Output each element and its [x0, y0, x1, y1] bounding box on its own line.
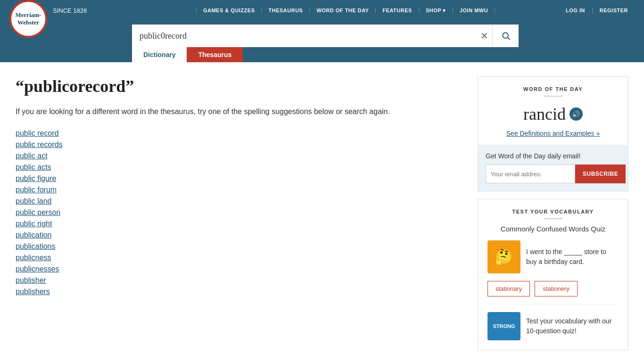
sound-icon[interactable]: 🔊 [570, 107, 583, 121]
login-link[interactable]: LOG IN [559, 8, 592, 13]
content-area: “publicorecord” If you are looking for a… [16, 76, 478, 350]
suggestion-link[interactable]: publication [16, 231, 52, 239]
list-item: public acts [16, 163, 463, 172]
list-item: public act [16, 152, 463, 160]
tab-dictionary[interactable]: Dictionary [132, 47, 187, 62]
suggestion-link[interactable]: public record [16, 129, 59, 137]
list-item: publishers [16, 288, 463, 296]
main-nav: GAMES & QUIZZES THESAURUS WORD OF THE DA… [132, 8, 559, 14]
search-input[interactable] [132, 25, 492, 47]
suggestion-link[interactable]: public forum [16, 186, 57, 194]
nav-games[interactable]: GAMES & QUIZZES [196, 8, 262, 13]
wotd-label: WORD OF THE DAY [487, 86, 619, 92]
suggestion-link[interactable]: public figure [16, 174, 56, 182]
quiz-row: 🤔 I went to the _____ store to buy a bir… [487, 240, 619, 273]
vocab-card: TEST YOUR VOCABULARY Commonly Confused W… [478, 199, 628, 350]
suggestion-link[interactable]: public right [16, 220, 52, 228]
suggestion-link[interactable]: publisher [16, 276, 46, 284]
register-link[interactable]: REGISTER [593, 8, 635, 13]
suggestion-link[interactable]: public acts [16, 163, 51, 171]
suggestion-link[interactable]: public land [16, 197, 52, 205]
page-title: “publicorecord” [16, 76, 463, 96]
quiz2-text: Test your vocabulary with our 10-questio… [526, 316, 619, 336]
email-row: SUBSCRIBE [486, 165, 620, 183]
logo-text: Merriam-Webster [16, 11, 41, 26]
suggestion-link[interactable]: publications [16, 242, 56, 250]
list-item: public person [16, 208, 463, 217]
wotd-email-label: Get Word of the Day daily email! [486, 152, 620, 160]
suggestion-link[interactable]: publicness [16, 254, 51, 262]
list-item: publications [16, 242, 463, 251]
suggestion-link[interactable]: public records [16, 140, 63, 148]
suggestion-link[interactable]: publishers [16, 288, 50, 296]
list-item: publicness [16, 254, 463, 262]
subscribe-button[interactable]: SUBSCRIBE [575, 165, 626, 183]
sidebar: WORD OF THE DAY rancid 🔊 See Definitions… [478, 76, 628, 350]
suggestion-link[interactable]: public person [16, 208, 60, 216]
list-item: public record [16, 129, 463, 138]
nav-join[interactable]: JOIN MWU [453, 8, 495, 13]
suggestions-list: public record public records public act … [16, 129, 463, 296]
list-item: public figure [16, 174, 463, 183]
wotd-divider [544, 96, 562, 97]
email-input[interactable] [486, 165, 575, 183]
vocab-quiz-title: Commonly Confused Words Quiz [487, 225, 619, 233]
search-icon [501, 31, 511, 41]
quiz-options: stationary stationery [487, 281, 619, 296]
description: If you are looking for a different word … [16, 106, 463, 118]
quiz2-image: STRONG [487, 312, 520, 340]
svg-point-0 [503, 33, 508, 38]
quiz-option-stationery[interactable]: stationery [535, 281, 577, 296]
list-item: public land [16, 197, 463, 206]
list-item: public forum [16, 186, 463, 194]
quiz2-row: STRONG Test your vocabulary with our 10-… [487, 304, 619, 340]
svg-line-1 [508, 38, 510, 40]
vocab-divider [544, 218, 562, 219]
main-content: “publicorecord” If you are looking for a… [6, 62, 638, 360]
tab-thesaurus[interactable]: Thesaurus [187, 47, 243, 62]
search-wrapper: ✕ [132, 25, 519, 47]
since-label: SINCE 1828 [53, 7, 87, 14]
list-item: publication [16, 231, 463, 239]
list-item: public right [16, 220, 463, 228]
logo[interactable]: Merriam-Webster [9, 0, 47, 38]
suggestion-link[interactable]: public act [16, 152, 48, 160]
wotd-word: rancid 🔊 [487, 104, 619, 124]
list-item: publicnesses [16, 265, 463, 273]
nav-thesaurus[interactable]: THESAURUS [262, 8, 310, 13]
wotd-card: WORD OF THE DAY rancid 🔊 See Definitions… [478, 76, 628, 191]
quiz-image: 🤔 [487, 240, 520, 273]
tab-bar: Dictionary Thesaurus [0, 47, 644, 62]
wotd-email-section: Get Word of the Day daily email! SUBSCRI… [478, 145, 628, 191]
quiz-sentence: I went to the _____ store to buy a birth… [526, 247, 619, 267]
quiz-option-stationary[interactable]: stationary [487, 281, 530, 296]
nav-shop[interactable]: SHOP ▾ [419, 8, 453, 14]
list-item: publisher [16, 276, 463, 285]
auth-links: LOG IN | REGISTER [559, 7, 635, 14]
wotd-definitions-link[interactable]: See Definitions and Examples » [487, 130, 619, 137]
header-top-bar: Merriam-Webster SINCE 1828 GAMES & QUIZZ… [0, 0, 644, 21]
nav-features[interactable]: FEATURES [376, 8, 419, 13]
search-button[interactable] [492, 25, 519, 47]
suggestion-link[interactable]: publicnesses [16, 265, 59, 273]
vocab-label: TEST YOUR VOCABULARY [487, 209, 619, 214]
clear-button[interactable]: ✕ [479, 28, 490, 43]
list-item: public records [16, 140, 463, 149]
logo-area: Merriam-Webster SINCE 1828 [9, 0, 132, 29]
nav-wotd[interactable]: WORD OF THE DAY [310, 8, 376, 13]
